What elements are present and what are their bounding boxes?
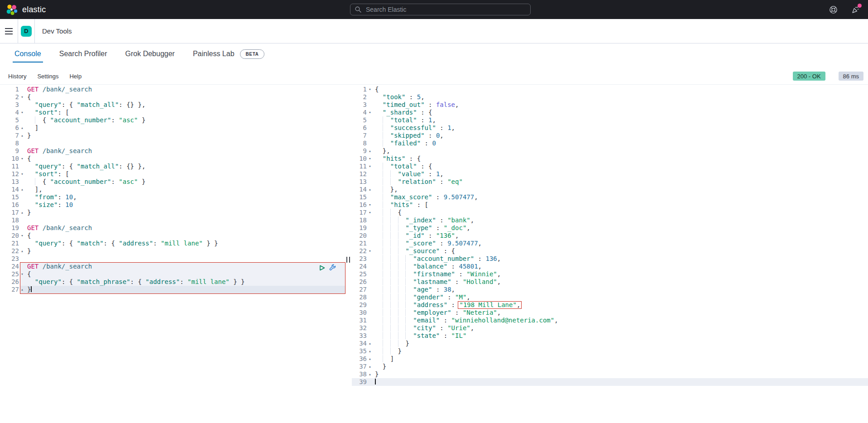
code-line[interactable]: "successful" : 1, xyxy=(373,124,868,132)
response-line[interactable]: 13 "relation" : "eq" xyxy=(352,178,868,186)
code-line[interactable]: } xyxy=(25,132,345,139)
response-viewer[interactable]: 1▾{2 "took" : 5,3 "timed_out" : false,4▾… xyxy=(352,85,868,423)
response-line[interactable]: 22▾ "_source" : { xyxy=(352,247,868,255)
code-line[interactable]: { xyxy=(25,155,345,163)
fold-toggle-icon[interactable]: ▴ xyxy=(367,147,373,155)
code-line[interactable]: } xyxy=(373,347,868,355)
editor-line[interactable]: 6▴ ] xyxy=(0,124,345,132)
code-line[interactable]: "timed_out" : false, xyxy=(373,101,868,109)
code-line[interactable]: "query": { "match_phrase": { "address": … xyxy=(25,278,345,286)
code-line[interactable]: } xyxy=(373,340,868,347)
code-line[interactable]: "state" : "IL" xyxy=(373,332,868,340)
code-line[interactable]: GET /bank/_search xyxy=(25,86,345,93)
fold-toggle-icon[interactable]: ▾ xyxy=(19,93,25,101)
fold-toggle-icon[interactable]: ▾ xyxy=(367,201,373,209)
editor-line[interactable]: 25▾{ xyxy=(0,270,345,278)
code-line[interactable]: GET /bank/_search xyxy=(25,263,345,270)
response-line[interactable]: 9▴ }, xyxy=(352,147,868,155)
code-line[interactable] xyxy=(25,255,345,263)
help-icon[interactable] xyxy=(829,5,838,14)
fold-toggle-icon[interactable]: ▾ xyxy=(19,170,25,178)
code-line[interactable]: "skipped" : 0, xyxy=(373,132,868,139)
code-line[interactable]: "value" : 1, xyxy=(373,170,868,178)
code-line[interactable]: "query": { "match_all": {} }, xyxy=(25,163,345,170)
code-line[interactable]: } xyxy=(25,209,345,216)
fold-toggle-icon[interactable]: ▴ xyxy=(367,363,373,370)
toolbar-link-settings[interactable]: Settings xyxy=(37,73,58,80)
code-line[interactable]: "address" : "198 Mill Lane", xyxy=(373,301,868,309)
code-line[interactable]: ] xyxy=(25,124,345,132)
code-line[interactable]: "size": 10 xyxy=(25,201,345,209)
code-line[interactable]: } xyxy=(373,370,868,378)
response-line[interactable]: 27 "age" : 38, xyxy=(352,286,868,293)
fold-toggle-icon[interactable]: ▴ xyxy=(19,132,25,139)
response-line[interactable]: 24 "balance" : 45801, xyxy=(352,263,868,270)
response-line[interactable]: 3 "timed_out" : false, xyxy=(352,101,868,109)
search-input[interactable] xyxy=(365,5,526,14)
fold-toggle-icon[interactable]: ▴ xyxy=(19,209,25,216)
response-line[interactable]: 31 "email" : "winnieholland@neteria.com"… xyxy=(352,317,868,324)
tab-search-profiler[interactable]: Search Profiler xyxy=(58,46,109,62)
response-line[interactable]: 35▴ } xyxy=(352,347,868,355)
tab-grok-debugger[interactable]: Grok Debugger xyxy=(124,46,177,62)
response-line[interactable]: 11▾ "total" : { xyxy=(352,163,868,170)
code-line[interactable]: "query": { "match_all": {} }, xyxy=(25,101,345,109)
response-line[interactable]: 6 "successful" : 1, xyxy=(352,124,868,132)
code-line[interactable]: "total" : 1, xyxy=(373,116,868,124)
code-line[interactable]: }, xyxy=(373,147,868,155)
code-line[interactable]: { xyxy=(373,86,868,93)
editor-line[interactable]: 11 "query": { "match_all": {} }, xyxy=(0,163,345,170)
fold-toggle-icon[interactable]: ▴ xyxy=(367,347,373,355)
response-line[interactable]: 30 "employer" : "Neteria", xyxy=(352,309,868,317)
editor-line[interactable]: 7▴} xyxy=(0,132,345,139)
code-line[interactable]: "max_score" : 9.507477, xyxy=(373,193,868,201)
editor-line[interactable]: 14▴ ], xyxy=(0,186,345,193)
editor-line[interactable]: 2▾{ xyxy=(0,93,345,101)
code-line[interactable]: { xyxy=(25,93,345,101)
fold-toggle-icon[interactable]: ▴ xyxy=(19,124,25,132)
code-line[interactable] xyxy=(373,378,868,386)
code-line[interactable]: "total" : { xyxy=(373,163,868,170)
fold-toggle-icon[interactable]: ▴ xyxy=(367,355,373,363)
editor-line[interactable]: 24GET /bank/_search xyxy=(0,263,345,270)
code-line[interactable]: GET /bank/_search xyxy=(25,224,345,232)
code-line[interactable]: "_shards" : { xyxy=(373,109,868,116)
response-line[interactable]: 28 "gender" : "M", xyxy=(352,293,868,301)
response-line[interactable]: 16▾ "hits" : [ xyxy=(352,201,868,209)
editor-line[interactable]: 18 xyxy=(0,216,345,224)
code-line[interactable]: "gender" : "M", xyxy=(373,293,868,301)
editor-line[interactable]: 21 "query": { "match": { "address": "mil… xyxy=(0,240,345,247)
code-line[interactable]: "from": 10, xyxy=(25,193,345,201)
code-line[interactable]: } xyxy=(373,363,868,370)
fold-toggle-icon[interactable]: ▾ xyxy=(367,209,373,216)
code-line[interactable]: { xyxy=(373,209,868,216)
editor-line[interactable]: 9GET /bank/_search xyxy=(0,147,345,155)
response-line[interactable]: 38▴} xyxy=(352,370,868,378)
response-line[interactable]: 14▴ }, xyxy=(352,186,868,193)
code-line[interactable]: "_index" : "bank", xyxy=(373,216,868,224)
menu-button[interactable] xyxy=(0,19,18,43)
fold-toggle-icon[interactable]: ▴ xyxy=(367,186,373,193)
code-line[interactable]: "_id" : "136", xyxy=(373,232,868,240)
response-line[interactable]: 23 "account_number" : 136, xyxy=(352,255,868,263)
response-line[interactable]: 8 "failed" : 0 xyxy=(352,139,868,147)
fold-toggle-icon[interactable]: ▾ xyxy=(367,155,373,163)
code-line[interactable]: { "account_number": "asc" } xyxy=(25,116,345,124)
fold-toggle-icon[interactable]: ▾ xyxy=(367,163,373,170)
pane-resizer[interactable] xyxy=(346,257,350,263)
response-line[interactable]: 12 "value" : 1, xyxy=(352,170,868,178)
response-line[interactable]: 34▴ } xyxy=(352,340,868,347)
code-line[interactable]: "failed" : 0 xyxy=(373,139,868,147)
code-line[interactable]: { xyxy=(25,232,345,240)
response-line[interactable]: 7 "skipped" : 0, xyxy=(352,132,868,139)
code-line[interactable]: "hits" : [ xyxy=(373,201,868,209)
code-line[interactable]: "firstname" : "Winnie", xyxy=(373,270,868,278)
response-line[interactable]: 21 "_score" : 9.507477, xyxy=(352,240,868,247)
fold-toggle-icon[interactable]: ▴ xyxy=(367,370,373,378)
code-line[interactable]: GET /bank/_search xyxy=(25,147,345,155)
fold-toggle-icon[interactable]: ▾ xyxy=(19,270,25,278)
editor-line[interactable]: 19GET /bank/_search xyxy=(0,224,345,232)
response-line[interactable]: 36▴ ] xyxy=(352,355,868,363)
code-line[interactable]: "email" : "winnieholland@neteria.com", xyxy=(373,317,868,324)
fold-toggle-icon[interactable]: ▾ xyxy=(19,109,25,116)
